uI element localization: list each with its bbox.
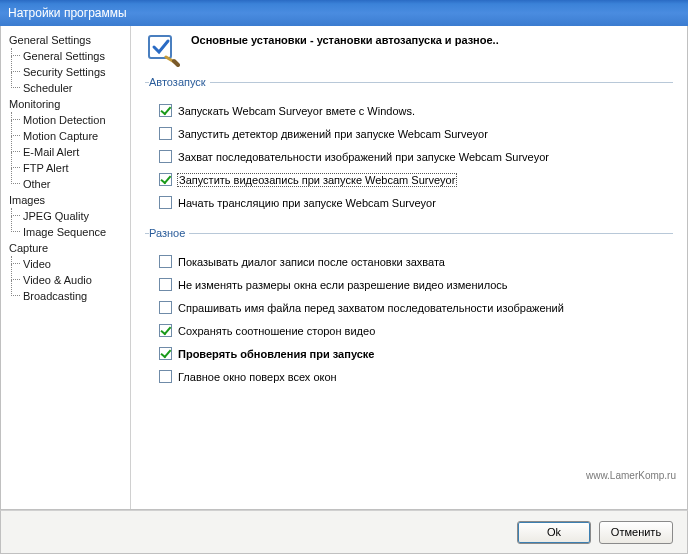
category-tree: General Settings General Settings Securi… (1, 26, 131, 509)
group-autostart: Автозапуск Запускать Webcam Surveyor вме… (145, 76, 673, 219)
checkbox-icon[interactable] (159, 370, 172, 383)
tree-item-email-alert[interactable]: E-Mail Alert (7, 144, 130, 160)
check-label: Начать трансляцию при запуске Webcam Sur… (178, 197, 436, 209)
check-label: Проверять обновления при запуске (178, 348, 374, 360)
tree-item-motion-detection[interactable]: Motion Detection (7, 112, 130, 128)
group-autostart-legend: Автозапуск (149, 76, 210, 88)
check-label: Запустить детектор движений при запуске … (178, 128, 488, 140)
panel-header: Основные установки - установки автозапус… (145, 32, 673, 68)
checkbox-icon[interactable] (159, 127, 172, 140)
check-label: Спрашивать имя файла перед захватом посл… (178, 302, 564, 314)
checkbox-icon[interactable] (159, 255, 172, 268)
check-show-record-dialog[interactable]: Показывать диалог записи после остановки… (149, 251, 673, 272)
check-ask-filename[interactable]: Спрашивать имя файла перед захватом посл… (149, 297, 673, 318)
watermark-text: www.LamerKomp.ru (586, 470, 676, 481)
tree-item-other[interactable]: Other (7, 176, 130, 192)
check-label: Показывать диалог записи после остановки… (178, 256, 445, 268)
checkbox-icon[interactable] (159, 347, 172, 360)
tree-cat-capture[interactable]: Capture (7, 240, 130, 256)
check-label: Главное окно поверх всех окон (178, 371, 337, 383)
check-autostart-motion-detector[interactable]: Запустить детектор движений при запуске … (149, 123, 673, 144)
ok-button[interactable]: Ok (517, 521, 591, 544)
check-keep-aspect[interactable]: Сохранять соотношение сторон видео (149, 320, 673, 341)
cancel-button[interactable]: Отменить (599, 521, 673, 544)
tree-item-security-settings[interactable]: Security Settings (7, 64, 130, 80)
tree-cat-general[interactable]: General Settings (7, 32, 130, 48)
checkbox-icon[interactable] (159, 301, 172, 314)
check-autostart-broadcast[interactable]: Начать трансляцию при запуске Webcam Sur… (149, 192, 673, 213)
check-autostart-video-record[interactable]: Запустить видеозапись при запуске Webcam… (149, 169, 673, 190)
tree-item-image-sequence[interactable]: Image Sequence (7, 224, 130, 240)
tree-item-jpeg-quality[interactable]: JPEG Quality (7, 208, 130, 224)
check-autostart-image-sequence[interactable]: Захват последовательности изображений пр… (149, 146, 673, 167)
tree-item-scheduler[interactable]: Scheduler (7, 80, 130, 96)
check-label: Запустить видеозапись при запуске Webcam… (178, 174, 456, 186)
panel-icon (145, 32, 181, 68)
checkbox-icon[interactable] (159, 150, 172, 163)
check-label: Запускать Webcam Surveyor вмете с Window… (178, 105, 415, 117)
checkbox-icon[interactable] (159, 324, 172, 337)
check-autostart-windows[interactable]: Запускать Webcam Surveyor вмете с Window… (149, 100, 673, 121)
content-area: General Settings General Settings Securi… (0, 26, 688, 510)
settings-panel: Основные установки - установки автозапус… (131, 26, 687, 509)
check-always-on-top[interactable]: Главное окно поверх всех окон (149, 366, 673, 387)
page-title: Основные установки - установки автозапус… (191, 32, 499, 46)
checkbox-icon[interactable] (159, 196, 172, 209)
tree-cat-monitoring[interactable]: Monitoring (7, 96, 130, 112)
window-title: Натройки программы (8, 6, 127, 20)
tree-item-video[interactable]: Video (7, 256, 130, 272)
check-label: Не изменять размеры окна если разрешение… (178, 279, 508, 291)
window-titlebar: Натройки программы (0, 0, 688, 26)
tree-item-ftp-alert[interactable]: FTP Alert (7, 160, 130, 176)
dialog-footer: Ok Отменить (0, 510, 688, 554)
checkbox-icon[interactable] (159, 173, 172, 186)
check-check-updates[interactable]: Проверять обновления при запуске (149, 343, 673, 364)
checkbox-icon[interactable] (159, 104, 172, 117)
svg-rect-0 (149, 36, 171, 58)
tree-item-video-audio[interactable]: Video & Audio (7, 272, 130, 288)
check-no-resize-window[interactable]: Не изменять размеры окна если разрешение… (149, 274, 673, 295)
tree-item-broadcasting[interactable]: Broadcasting (7, 288, 130, 304)
tree-item-motion-capture[interactable]: Motion Capture (7, 128, 130, 144)
checkbox-icon[interactable] (159, 278, 172, 291)
group-misc-legend: Разное (149, 227, 189, 239)
tree-cat-images[interactable]: Images (7, 192, 130, 208)
check-label: Захват последовательности изображений пр… (178, 151, 549, 163)
group-misc: Разное Показывать диалог записи после ос… (145, 227, 673, 393)
tree-item-general-settings[interactable]: General Settings (7, 48, 130, 64)
check-label: Сохранять соотношение сторон видео (178, 325, 375, 337)
